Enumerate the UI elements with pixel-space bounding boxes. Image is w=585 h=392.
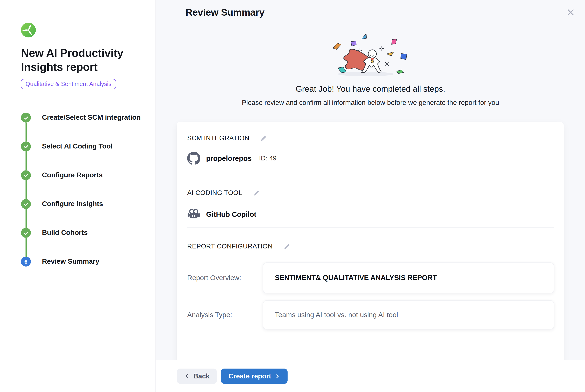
analysis-type-label: Analysis Type: — [187, 311, 263, 319]
edit-report-config-pencil-icon[interactable] — [283, 243, 290, 250]
step-complete-check-icon — [21, 113, 31, 122]
create-report-button[interactable]: Create report — [221, 368, 288, 384]
step-label: Configure Reports — [42, 171, 103, 179]
report-overview-row: Report Overview: SENTIMENT& QUALITATIVE … — [187, 262, 554, 293]
section-divider — [187, 174, 554, 174]
section-divider — [187, 350, 554, 350]
report-overview-label: Report Overview: — [187, 274, 263, 282]
scm-integration-value-row: propelorepos ID: 49 — [187, 152, 554, 165]
step-label: Select AI Coding Tool — [42, 142, 112, 150]
scm-integration-section-label: SCM INTEGRATION — [187, 134, 249, 142]
step-complete-check-icon — [21, 228, 31, 238]
step-number-badge: 6 — [21, 257, 31, 266]
scm-repo-name: propelorepos — [206, 154, 252, 163]
wizard-title: New AI Productivity Insights report — [21, 46, 146, 74]
analysis-type-row: Analysis Type: Teams using AI tool vs. n… — [187, 300, 554, 330]
report-configuration-rows: Report Overview: SENTIMENT& QUALITATIVE … — [187, 262, 554, 330]
analysis-type-value: Teams using AI tool vs. not using AI too… — [275, 311, 398, 319]
step-complete-check-icon — [21, 199, 31, 209]
wizard-steps: Create/Select SCM integration Select AI … — [21, 113, 147, 266]
edit-scm-pencil-icon[interactable] — [260, 135, 266, 142]
step-configure-insights[interactable]: Configure Insights — [21, 199, 147, 209]
step-configure-reports[interactable]: Configure Reports — [21, 170, 147, 180]
report-overview-value-box: SENTIMENT& QUALITATIVE ANALYSIS REPORT — [263, 262, 554, 293]
close-icon[interactable] — [566, 8, 575, 17]
edit-tool-pencil-icon[interactable] — [252, 190, 260, 196]
scm-repo-id: ID: 49 — [259, 155, 276, 162]
step-select-ai-coding-tool[interactable]: Select AI Coding Tool — [21, 142, 147, 151]
step-complete-check-icon — [21, 142, 31, 151]
step-label: Build Cohorts — [42, 229, 88, 237]
congrats-title: Great Job! You have completed all steps. — [156, 84, 585, 94]
github-icon — [187, 152, 200, 165]
github-copilot-icon — [187, 208, 200, 220]
step-review-summary-current[interactable]: 6 Review Summary — [21, 257, 147, 266]
celebration-hero-illustration — [329, 32, 412, 78]
ai-tool-name: GitHub Copilot — [206, 210, 256, 218]
report-wizard-window: New AI Productivity Insights report Qual… — [0, 0, 585, 392]
step-label: Configure Insights — [42, 200, 103, 208]
chevron-left-icon — [184, 374, 190, 379]
step-create-select-scm-integration[interactable]: Create/Select SCM integration — [21, 113, 147, 122]
ai-coding-tool-section-label: AI CODING TOOL — [187, 189, 242, 196]
analysis-type-badge: Qualitative & Sentiment Analysis — [21, 79, 116, 89]
step-build-cohorts[interactable]: Build Cohorts — [21, 228, 147, 238]
report-configuration-section-label: REPORT CONFIGURATION — [187, 243, 272, 250]
page-title: Review Summary — [156, 0, 585, 18]
step-complete-check-icon — [21, 170, 31, 180]
step-label: Review Summary — [42, 258, 99, 266]
step-label: Create/Select SCM integration — [42, 114, 141, 122]
analysis-type-value-box: Teams using AI tool vs. not using AI too… — [263, 300, 554, 330]
summary-card: SCM INTEGRATION propelorepos ID: 49 AI C… — [177, 122, 564, 385]
section-divider — [187, 228, 554, 228]
review-summary-panel: Review Summary — [156, 0, 585, 392]
chevron-right-icon — [275, 374, 280, 379]
brand-propeller-logo-icon — [21, 22, 36, 38]
congrats-subtitle: Please review and confirm all informatio… — [156, 99, 585, 106]
ai-tool-value-row: GitHub Copilot — [187, 208, 554, 220]
wizard-footer: Back Create report — [156, 360, 585, 392]
back-button[interactable]: Back — [177, 368, 217, 384]
report-overview-value: SENTIMENT& QUALITATIVE ANALYSIS REPORT — [275, 274, 437, 282]
wizard-sidebar: New AI Productivity Insights report Qual… — [0, 0, 156, 392]
